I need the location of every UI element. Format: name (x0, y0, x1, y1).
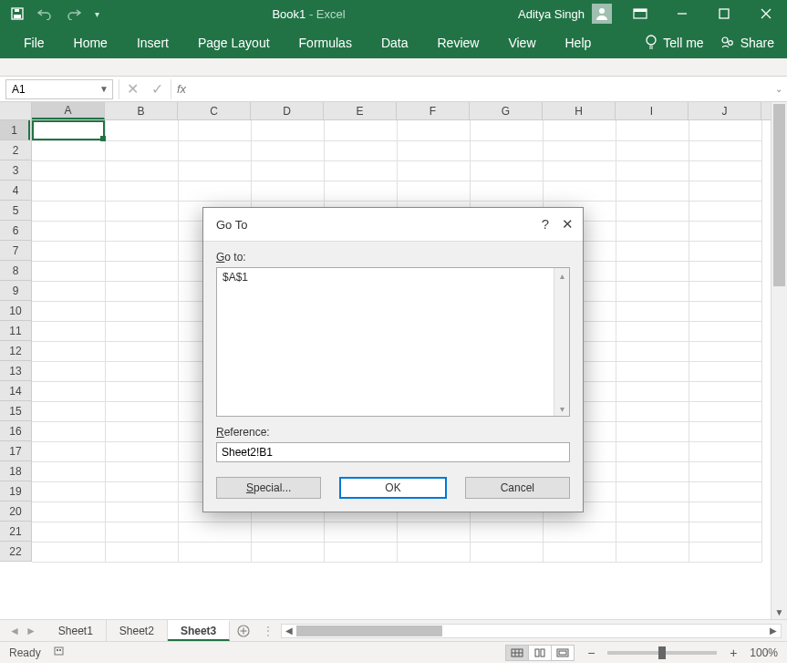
cell[interactable] (689, 201, 761, 221)
cell[interactable] (470, 522, 543, 542)
cell[interactable] (251, 181, 324, 201)
cell[interactable] (178, 542, 251, 562)
cell[interactable] (470, 181, 543, 201)
goto-listbox[interactable]: $A$1 ▴ ▾ (216, 267, 570, 417)
cell[interactable] (105, 381, 178, 401)
dialog-close-icon[interactable]: ✕ (562, 216, 574, 233)
cell[interactable] (324, 140, 397, 160)
cell[interactable] (32, 261, 105, 281)
cell[interactable] (397, 542, 470, 562)
cell[interactable] (689, 522, 761, 542)
page-break-view-button[interactable] (551, 645, 575, 661)
cell[interactable] (105, 221, 178, 241)
cell[interactable] (689, 301, 761, 321)
cell[interactable] (178, 160, 251, 181)
column-header[interactable]: C (178, 102, 251, 119)
cell[interactable] (32, 341, 105, 361)
cell[interactable] (178, 522, 251, 542)
cell[interactable] (32, 321, 105, 341)
cell[interactable] (32, 421, 105, 441)
row-header[interactable]: 8 (0, 261, 31, 281)
cell[interactable] (32, 401, 105, 421)
cell[interactable] (251, 522, 324, 542)
row-header[interactable]: 15 (0, 401, 31, 421)
cell[interactable] (105, 120, 178, 140)
cell[interactable] (105, 201, 178, 221)
row-header[interactable]: 1 (0, 120, 30, 140)
cell[interactable] (32, 241, 105, 261)
normal-view-button[interactable] (505, 645, 529, 661)
row-header[interactable]: 17 (0, 441, 31, 461)
cell[interactable] (616, 281, 689, 301)
cell[interactable] (616, 321, 689, 341)
tab-split-handle[interactable]: ⋮ (263, 625, 275, 637)
fx-icon[interactable]: fx (171, 82, 192, 96)
cell[interactable] (105, 461, 178, 481)
cell[interactable] (689, 381, 761, 401)
ribbon-tab-home[interactable]: Home (72, 30, 109, 56)
ribbon-tab-view[interactable]: View (506, 30, 537, 56)
horizontal-scrollbar[interactable]: ◀ ▶ (281, 624, 782, 638)
cell[interactable] (32, 140, 105, 160)
cell[interactable] (689, 160, 761, 181)
cell[interactable] (105, 301, 178, 321)
ribbon-tab-data[interactable]: Data (379, 30, 410, 56)
cell[interactable] (105, 261, 178, 281)
cell[interactable] (543, 181, 616, 201)
cell[interactable] (689, 501, 761, 522)
row-header[interactable]: 9 (0, 281, 31, 301)
cell[interactable] (616, 421, 689, 441)
cell[interactable] (32, 542, 105, 562)
cell[interactable] (32, 181, 105, 201)
cell[interactable] (178, 120, 251, 140)
ribbon-tab-insert[interactable]: Insert (135, 30, 171, 56)
cell[interactable] (105, 181, 178, 201)
user-name[interactable]: Aditya Singh (518, 7, 585, 21)
cell[interactable] (105, 401, 178, 421)
row-header[interactable]: 18 (0, 461, 31, 481)
cell[interactable] (32, 201, 105, 221)
dialog-titlebar[interactable]: Go To ? ✕ (203, 208, 583, 241)
cell[interactable] (105, 241, 178, 261)
cell[interactable] (32, 221, 105, 241)
cell[interactable] (470, 542, 543, 562)
expand-formula-bar-icon[interactable]: ⌄ (771, 84, 787, 94)
select-all-corner[interactable] (0, 102, 32, 120)
cell[interactable] (616, 241, 689, 261)
cell[interactable] (251, 140, 324, 160)
cell[interactable] (324, 120, 397, 140)
cell[interactable] (689, 401, 761, 421)
page-layout-view-button[interactable] (528, 645, 552, 661)
cell[interactable] (689, 481, 761, 501)
sheet-nav-next-icon[interactable]: ► (26, 625, 36, 637)
cell[interactable] (105, 341, 178, 361)
cell[interactable] (689, 421, 761, 441)
goto-list-scrollbar[interactable]: ▴ ▾ (554, 268, 569, 416)
cell[interactable] (105, 441, 178, 461)
column-header[interactable]: I (616, 102, 689, 119)
cell[interactable] (32, 160, 105, 181)
cell[interactable] (616, 120, 689, 140)
cell[interactable] (324, 522, 397, 542)
ribbon-tab-help[interactable]: Help (564, 30, 594, 56)
undo-icon[interactable] (36, 7, 53, 20)
cell[interactable] (616, 381, 689, 401)
sheet-tab-sheet1[interactable]: Sheet1 (46, 620, 107, 641)
cell[interactable] (32, 501, 105, 522)
cell[interactable] (616, 160, 689, 181)
cell[interactable] (689, 241, 761, 261)
cell[interactable] (689, 542, 761, 562)
cell[interactable] (543, 522, 616, 542)
cell[interactable] (616, 181, 689, 201)
row-header[interactable]: 19 (0, 481, 31, 501)
reference-input[interactable] (216, 442, 570, 462)
cell[interactable] (105, 140, 178, 160)
user-avatar-icon[interactable] (592, 4, 612, 24)
cell[interactable] (689, 441, 761, 461)
cell[interactable] (397, 522, 470, 542)
cell[interactable] (32, 522, 105, 542)
ribbon-display-options-icon[interactable] (619, 0, 661, 27)
cell[interactable] (616, 201, 689, 221)
horizontal-scroll-thumb[interactable] (296, 625, 442, 636)
cell[interactable] (616, 522, 689, 542)
